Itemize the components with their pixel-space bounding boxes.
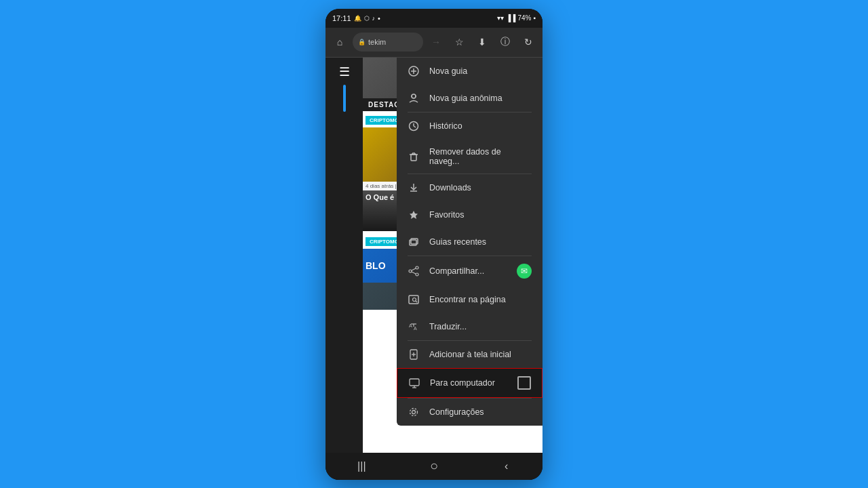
browser-toolbar: ⌂ 🔒 tekim → ☆ ⬇ ⓘ ↻ <box>326 28 542 58</box>
encontrar-pagina-label: Encontrar na página <box>429 295 506 304</box>
svg-point-21 <box>416 273 418 276</box>
plus-circle-icon <box>408 65 420 77</box>
content-area: ☰ DESTAQUES CRIPTOMOEDAS 4 dias atrás | … <box>326 58 542 453</box>
nav-menu-button[interactable]: ||| <box>348 453 375 480</box>
historico-label: Histórico <box>429 121 462 131</box>
nova-guia-label: Nova guia <box>429 66 467 76</box>
svg-line-23 <box>412 272 416 274</box>
menu-item-remover-dados[interactable]: Remover dados de naveg... <box>397 140 542 174</box>
menu-item-historico[interactable]: Histórico <box>397 113 542 140</box>
status-right: ▾▾ ▐▐ 74% ▪ <box>497 14 536 22</box>
status-left: 17:11 🔔 ⬡ ♪ • <box>332 14 380 22</box>
svg-point-25 <box>413 298 416 301</box>
svg-line-22 <box>412 268 416 270</box>
menu-item-compartilhar[interactable]: Compartilhar... ✉ <box>397 256 542 286</box>
blue-block-text: BLO <box>366 260 386 271</box>
security-icon: 🔒 <box>358 39 366 45</box>
trash-icon <box>408 150 420 163</box>
star-filled-icon <box>408 209 420 221</box>
adicionar-tela-label: Adicionar à tela inicial <box>429 350 511 359</box>
menu-item-configuracoes[interactable]: Configurações <box>397 399 542 426</box>
svg-line-8 <box>414 126 416 127</box>
favoritos-label: Favoritos <box>429 210 464 220</box>
notification-icon: 🔔 <box>354 15 361 22</box>
compartilhar-label: Compartilhar... <box>429 266 484 276</box>
menu-item-nova-guia[interactable]: Nova guia <box>397 58 542 85</box>
search-in-page-icon <box>408 293 420 306</box>
traduzir-label: Traduzir... <box>429 322 467 331</box>
phone-add-icon <box>408 348 420 361</box>
nav-home-button[interactable]: ○ <box>420 453 448 480</box>
navigation-bar: ||| ○ ‹ <box>326 453 542 480</box>
dot-icon: • <box>378 14 380 22</box>
svg-rect-9 <box>411 155 416 161</box>
signal-icon: ▐▐ <box>506 14 515 22</box>
svg-line-26 <box>416 301 417 302</box>
menu-item-para-computador[interactable]: Para computador <box>397 368 542 398</box>
svg-point-38 <box>410 408 418 415</box>
address-bar[interactable]: 🔒 tekim <box>353 33 423 52</box>
translate-icon: A A <box>408 321 420 333</box>
svg-point-19 <box>416 266 418 269</box>
status-bar: 17:11 🔔 ⬡ ♪ • ▾▾ ▐▐ 74% ▪ <box>326 9 542 28</box>
menu-item-nova-guia-anonima[interactable]: Nova guia anônima <box>397 85 542 112</box>
download-button[interactable]: ⬇ <box>472 32 492 52</box>
monitor-icon <box>408 377 420 389</box>
svg-point-4 <box>411 96 412 97</box>
hamburger-icon[interactable]: ☰ <box>339 64 350 79</box>
battery-display: 74% <box>517 14 531 22</box>
svg-point-37 <box>412 410 416 413</box>
battery-icon: ▪ <box>533 14 536 22</box>
para-computador-label: Para computador <box>430 378 495 388</box>
music-icon: ♪ <box>372 15 376 22</box>
sidebar: ☰ <box>326 58 363 453</box>
svg-rect-24 <box>409 296 418 304</box>
svg-rect-34 <box>410 379 419 386</box>
tabs-icon <box>408 236 420 248</box>
incognito-icon <box>408 92 420 104</box>
svg-marker-16 <box>410 211 418 219</box>
svg-point-20 <box>409 270 412 272</box>
wifi-icon: ▾▾ <box>497 14 504 22</box>
star-button[interactable]: ☆ <box>449 32 469 52</box>
desktop-toggle[interactable] <box>517 376 531 390</box>
home-button[interactable]: ⌂ <box>330 32 350 52</box>
sidebar-indicator <box>343 85 346 112</box>
gear-icon <box>408 406 420 418</box>
menu-item-adicionar-tela[interactable]: Adicionar à tela inicial <box>397 341 542 368</box>
info-button[interactable]: ⓘ <box>495 32 515 52</box>
dropdown-menu: Nova guia Nova guia anônima <box>397 58 542 426</box>
cast-icon: ⬡ <box>364 15 370 22</box>
nav-back-button[interactable]: ‹ <box>493 453 520 480</box>
share-icon <box>408 265 420 277</box>
nova-guia-anonima-label: Nova guia anônima <box>429 94 502 103</box>
svg-point-5 <box>415 96 416 97</box>
forward-button[interactable]: → <box>426 32 446 52</box>
downloads-label: Downloads <box>429 183 471 192</box>
configuracoes-label: Configurações <box>429 407 484 417</box>
time-display: 17:11 <box>332 14 351 22</box>
refresh-button[interactable]: ↻ <box>518 32 538 52</box>
guias-recentes-label: Guias recentes <box>429 237 486 247</box>
phone-container: 17:11 🔔 ⬡ ♪ • ▾▾ ▐▐ 74% ▪ ⌂ 🔒 tekim → ☆ … <box>326 9 542 480</box>
svg-text:A: A <box>414 326 417 331</box>
menu-item-encontrar-pagina[interactable]: Encontrar na página <box>397 286 542 313</box>
address-text: tekim <box>368 38 386 46</box>
menu-item-traduzir[interactable]: A A Traduzir... <box>397 313 542 340</box>
menu-item-favoritos[interactable]: Favoritos <box>397 201 542 228</box>
download-arrow-icon <box>408 182 420 194</box>
menu-item-guias-recentes[interactable]: Guias recentes <box>397 228 542 256</box>
clock-icon <box>408 120 420 132</box>
menu-item-downloads[interactable]: Downloads <box>397 174 542 201</box>
whatsapp-badge: ✉ <box>517 264 532 279</box>
remover-dados-label: Remover dados de naveg... <box>429 147 532 166</box>
